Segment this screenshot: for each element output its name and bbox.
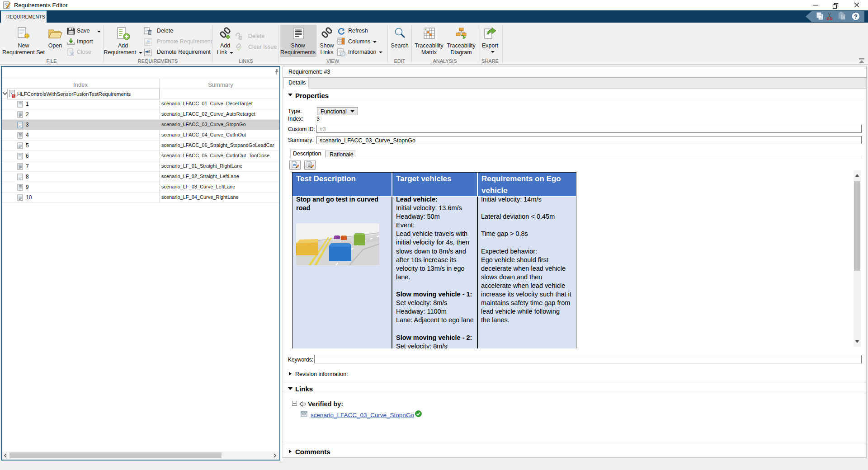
svg-text:?: ? — [854, 13, 858, 20]
